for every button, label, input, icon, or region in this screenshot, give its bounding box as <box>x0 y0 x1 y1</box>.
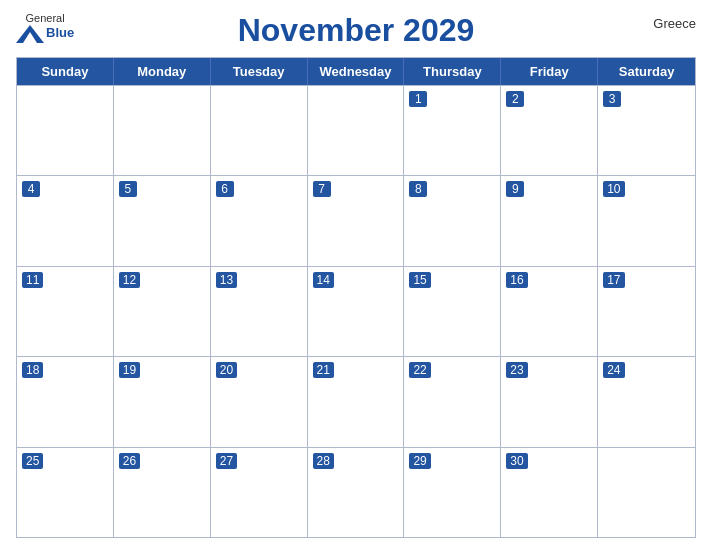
country-label: Greece <box>653 16 696 31</box>
week-row-1: 123 <box>17 85 695 175</box>
day-cell: 26 <box>114 448 211 537</box>
day-cell: 27 <box>211 448 308 537</box>
day-header-saturday: Saturday <box>598 58 695 85</box>
day-number: 10 <box>603 181 624 197</box>
day-cell <box>17 86 114 175</box>
weeks: 1234567891011121314151617181920212223242… <box>17 85 695 537</box>
day-number: 5 <box>119 181 137 197</box>
day-cell: 14 <box>308 267 405 356</box>
day-cell: 8 <box>404 176 501 265</box>
day-cell: 12 <box>114 267 211 356</box>
day-number: 9 <box>506 181 524 197</box>
day-number: 6 <box>216 181 234 197</box>
day-number: 29 <box>409 453 430 469</box>
day-cell: 18 <box>17 357 114 446</box>
day-cell: 17 <box>598 267 695 356</box>
day-cell: 19 <box>114 357 211 446</box>
logo-icon <box>16 25 44 43</box>
day-header-tuesday: Tuesday <box>211 58 308 85</box>
day-number: 14 <box>313 272 334 288</box>
logo-blue: Blue <box>46 26 74 40</box>
day-cell: 9 <box>501 176 598 265</box>
day-number: 30 <box>506 453 527 469</box>
week-row-2: 45678910 <box>17 175 695 265</box>
day-cell: 29 <box>404 448 501 537</box>
day-number: 27 <box>216 453 237 469</box>
week-row-3: 11121314151617 <box>17 266 695 356</box>
calendar: SundayMondayTuesdayWednesdayThursdayFrid… <box>16 57 696 538</box>
day-cell: 1 <box>404 86 501 175</box>
week-row-5: 252627282930 <box>17 447 695 537</box>
day-header-wednesday: Wednesday <box>308 58 405 85</box>
day-number: 16 <box>506 272 527 288</box>
header: General Blue November 2029 Greece <box>16 12 696 49</box>
day-cell: 2 <box>501 86 598 175</box>
day-cell: 23 <box>501 357 598 446</box>
day-cell: 10 <box>598 176 695 265</box>
day-number: 23 <box>506 362 527 378</box>
day-number: 17 <box>603 272 624 288</box>
day-number: 20 <box>216 362 237 378</box>
day-number: 11 <box>22 272 43 288</box>
day-number: 4 <box>22 181 40 197</box>
day-number: 12 <box>119 272 140 288</box>
day-header-thursday: Thursday <box>404 58 501 85</box>
day-header-sunday: Sunday <box>17 58 114 85</box>
day-number: 28 <box>313 453 334 469</box>
day-header-friday: Friday <box>501 58 598 85</box>
day-cell: 24 <box>598 357 695 446</box>
day-cell: 25 <box>17 448 114 537</box>
day-number: 7 <box>313 181 331 197</box>
day-number: 25 <box>22 453 43 469</box>
day-number: 22 <box>409 362 430 378</box>
day-number: 19 <box>119 362 140 378</box>
day-cell: 6 <box>211 176 308 265</box>
month-title: November 2029 <box>238 12 475 49</box>
day-cell: 3 <box>598 86 695 175</box>
day-cell: 13 <box>211 267 308 356</box>
day-cell: 16 <box>501 267 598 356</box>
day-number: 3 <box>603 91 621 107</box>
day-header-monday: Monday <box>114 58 211 85</box>
day-cell: 20 <box>211 357 308 446</box>
day-number: 1 <box>409 91 427 107</box>
day-cell: 4 <box>17 176 114 265</box>
day-cell: 7 <box>308 176 405 265</box>
day-cell <box>114 86 211 175</box>
logo: General Blue <box>16 12 74 43</box>
day-cell: 21 <box>308 357 405 446</box>
day-cell: 22 <box>404 357 501 446</box>
day-number: 18 <box>22 362 43 378</box>
logo-general: General <box>26 12 65 24</box>
day-cell <box>598 448 695 537</box>
day-cell: 11 <box>17 267 114 356</box>
day-cell: 30 <box>501 448 598 537</box>
day-number: 8 <box>409 181 427 197</box>
day-number: 21 <box>313 362 334 378</box>
day-number: 2 <box>506 91 524 107</box>
day-headers: SundayMondayTuesdayWednesdayThursdayFrid… <box>17 58 695 85</box>
day-number: 13 <box>216 272 237 288</box>
week-row-4: 18192021222324 <box>17 356 695 446</box>
day-cell <box>308 86 405 175</box>
day-cell: 5 <box>114 176 211 265</box>
page: General Blue November 2029 Greece Sunday… <box>0 0 712 550</box>
day-number: 24 <box>603 362 624 378</box>
day-cell <box>211 86 308 175</box>
day-number: 26 <box>119 453 140 469</box>
day-number: 15 <box>409 272 430 288</box>
day-cell: 15 <box>404 267 501 356</box>
day-cell: 28 <box>308 448 405 537</box>
